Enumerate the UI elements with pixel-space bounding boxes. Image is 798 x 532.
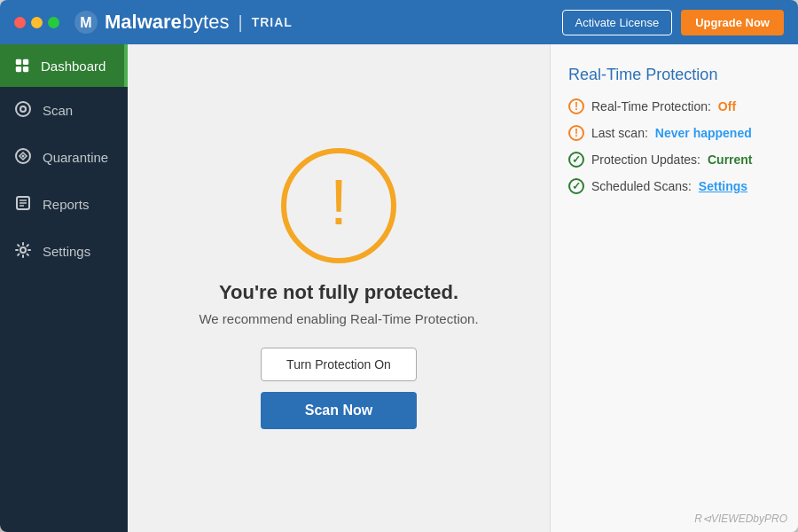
scan-icon <box>14 100 32 121</box>
svg-point-9 <box>22 155 25 158</box>
maximize-button[interactable] <box>48 17 59 28</box>
svg-rect-3 <box>23 59 28 65</box>
svg-point-14 <box>20 247 26 253</box>
sidebar: Dashboard Scan <box>0 44 128 532</box>
sidebar-item-scan-label: Scan <box>43 103 73 118</box>
rtp-status-item: ! Real-Time Protection: Off <box>568 98 780 114</box>
main-title: You're not fully protected. <box>219 281 458 304</box>
warning-icon-container: ! <box>281 148 396 263</box>
logo-icon: M <box>74 10 98 35</box>
logo-divider: | <box>238 12 242 33</box>
main-area: Dashboard Scan <box>0 44 798 532</box>
warning-exclamation: ! <box>330 170 348 234</box>
activate-license-button[interactable]: Activate License <box>562 10 673 35</box>
svg-rect-2 <box>16 59 21 65</box>
last-scan-icon: ! <box>568 125 584 141</box>
warning-circle: ! <box>281 148 396 263</box>
sidebar-item-reports[interactable]: Reports <box>0 181 128 228</box>
reports-icon <box>14 194 32 215</box>
minimize-button[interactable] <box>31 17 43 28</box>
svg-point-7 <box>20 106 26 112</box>
logo-bytes: bytes <box>183 11 230 34</box>
rtp-status-icon: ! <box>568 98 584 114</box>
title-bar: M Malwarebytes | TRIAL Activate License … <box>0 0 798 44</box>
app-logo: M Malwarebytes | TRIAL <box>74 10 293 35</box>
sidebar-item-dashboard[interactable]: Dashboard <box>0 44 128 87</box>
last-scan-value: Never happened <box>655 126 752 140</box>
traffic-lights <box>14 17 59 28</box>
sidebar-item-reports-label: Reports <box>43 197 90 212</box>
last-scan-item: ! Last scan: Never happened <box>568 125 780 141</box>
turn-protection-on-button[interactable]: Turn Protection On <box>261 348 417 381</box>
logo-malware: Malware <box>105 11 182 34</box>
quarantine-icon <box>14 147 32 168</box>
content-area: ! You're not fully protected. We recomme… <box>128 44 798 532</box>
svg-text:M: M <box>80 15 91 30</box>
scheduled-scans-item: ✓ Scheduled Scans: Settings <box>568 178 780 194</box>
watermark-text: R⊲VIEWEDbyPRO <box>694 512 787 525</box>
main-panel: ! You're not fully protected. We recomme… <box>128 44 550 532</box>
upgrade-now-button[interactable]: Upgrade Now <box>681 10 784 35</box>
rtp-label: Real-Time Protection: <box>591 99 711 113</box>
app-window: M Malwarebytes | TRIAL Activate License … <box>0 0 798 532</box>
last-scan-label: Last scan: <box>591 126 648 140</box>
svg-rect-5 <box>23 66 28 72</box>
svg-rect-4 <box>16 66 21 72</box>
sidebar-item-settings-label: Settings <box>43 244 90 259</box>
right-panel: Real-Time Protection ! Real-Time Protect… <box>550 44 798 532</box>
scheduled-scans-icon: ✓ <box>568 178 584 194</box>
close-button[interactable] <box>14 17 26 28</box>
watermark: R⊲VIEWEDbyPRO <box>694 512 787 525</box>
dashboard-icon <box>14 58 30 74</box>
protection-updates-label: Protection Updates: <box>591 153 700 167</box>
main-subtitle: We recommend enabling Real-Time Protecti… <box>199 311 478 326</box>
sidebar-item-settings[interactable]: Settings <box>0 228 128 275</box>
scheduled-scans-value[interactable]: Settings <box>699 179 747 193</box>
right-panel-title: Real-Time Protection <box>568 66 780 84</box>
svg-point-6 <box>16 102 30 116</box>
scan-now-button[interactable]: Scan Now <box>261 392 417 429</box>
sidebar-item-dashboard-label: Dashboard <box>41 59 106 74</box>
header-buttons: Activate License Upgrade Now <box>562 10 784 35</box>
protection-updates-item: ✓ Protection Updates: Current <box>568 152 780 168</box>
protection-updates-value: Current <box>708 153 753 167</box>
logo-trial: TRIAL <box>252 15 293 29</box>
sidebar-item-quarantine[interactable]: Quarantine <box>0 134 128 181</box>
sidebar-item-scan[interactable]: Scan <box>0 87 128 134</box>
protection-updates-icon: ✓ <box>568 152 584 168</box>
sidebar-item-quarantine-label: Quarantine <box>43 150 108 165</box>
rtp-value: Off <box>718 99 736 113</box>
settings-icon <box>14 241 32 262</box>
scheduled-scans-label: Scheduled Scans: <box>591 179 692 193</box>
